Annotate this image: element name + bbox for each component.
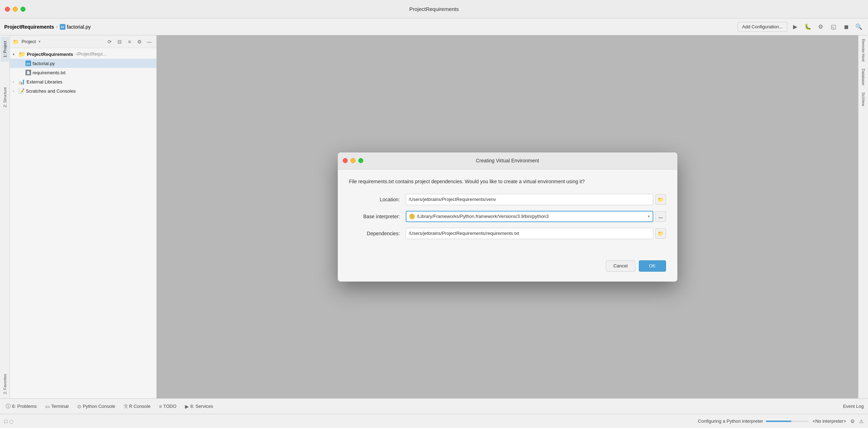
sidebar-item-favorites[interactable]: 2: Favorites [1,370,9,398]
add-configuration-button[interactable]: Add Configuration... [737,22,787,32]
search-everywhere-icon[interactable]: 🔍 [854,22,864,32]
python-console-icon: ⊙ [77,404,81,409]
folder-icon: 📁 [18,51,25,58]
problems-icon: ⓘ [6,403,11,410]
stop-button[interactable]: ◼ [841,22,851,32]
bottom-tab-problems[interactable]: ⓘ 6: Problems [4,399,38,414]
coverage-button[interactable]: ◱ [828,22,838,32]
dialog-minimize-button[interactable] [351,158,355,163]
hide-icon[interactable]: — [145,37,154,46]
progress-bar [766,421,808,422]
r-console-label: R Console [129,404,151,409]
tree-label-external-libs: External Libraries [27,79,62,85]
dialog-body: File requirements.txt contains project d… [338,169,677,253]
sync-icon[interactable]: ⟳ [105,37,114,46]
sidebar-header-icons: ⟳ ⊟ ≡ ⚙ — [105,37,154,46]
window-title: ProjectRequirements [409,6,459,12]
bottom-tab-r-console[interactable]: ℛ R Console [122,399,152,414]
warnings-icon[interactable]: ⚠ [859,418,864,424]
scratches-icon: 📝 [18,88,24,94]
tree-item-scratches[interactable]: › 📝 Scratches and Consoles [10,86,156,96]
chevron-right-icon: › [13,80,17,84]
run-button[interactable]: ▶ [790,22,800,32]
terminal-label: Terminal [51,404,69,409]
base-interpreter-label: Base interpreter: [349,214,406,219]
bottom-tab-services[interactable]: ▶ 8: Services [184,399,215,414]
run-status-icon[interactable]: □ [4,418,7,424]
sidebar-item-project[interactable]: 1: Project [1,37,9,62]
dependencies-input-wrap: 📁 [406,228,666,239]
breadcrumb-separator: › [56,24,58,29]
right-tab-remote-host[interactable]: Remote Host [859,35,868,65]
close-button[interactable] [5,7,10,12]
dialog-overlay: Creating Virtual Environment File requir… [157,35,858,398]
settings-icon[interactable]: ⚙ [135,37,144,46]
sidebar-dropdown-arrow[interactable]: ▾ [39,39,41,44]
progress-fill [766,421,791,422]
status-icons: □ ◌ [4,418,13,424]
filter-icon[interactable]: ≡ [125,37,134,46]
tree-item-external-libs[interactable]: › 📊 External Libraries [10,77,156,86]
dialog-description: File requirements.txt contains project d… [349,178,666,185]
dependencies-browse-button[interactable]: 📁 [655,228,666,239]
dialog-maximize-button[interactable] [358,158,363,163]
traffic-lights [5,7,25,12]
location-field: Location: 📁 [349,194,666,205]
no-interpreter-label[interactable]: <No interpreter> [812,418,846,424]
python-file-icon: py [25,60,31,66]
interpreter-more-button[interactable]: ... [655,211,666,222]
tree-label-requirements: requirements.txt [33,70,65,75]
profile-button[interactable]: ⚙ [816,22,826,32]
problems-num: 6: [12,404,16,409]
r-console-icon: ℛ [124,404,128,409]
dependencies-field: Dependencies: 📁 [349,228,666,239]
base-interpreter-select[interactable]: 🐍 /Library/Frameworks/Python.framework/V… [406,211,653,222]
chevron-down-icon: ▾ [13,52,17,56]
breadcrumb-filename: factorial.py [67,24,91,30]
breadcrumb-file[interactable]: py factorial.py [60,24,91,30]
location-browse-button[interactable]: 📁 [655,194,666,205]
tree-root-path: ~/ProjectRequi… [75,52,107,57]
cancel-button[interactable]: Cancel [606,260,635,272]
configuring-text: Configuring a Python interpreter [698,418,763,424]
terminal-icon: ▭ [45,404,50,409]
bottom-tab-python-console[interactable]: ⊙ Python Console [76,399,117,414]
sidebar-item-structure[interactable]: Z: Structure [1,83,9,111]
dependencies-input[interactable] [406,228,653,239]
todo-label: TODO [163,404,177,409]
bottom-toolbar: ⓘ 6: Problems ▭ Terminal ⊙ Python Consol… [0,398,868,414]
breadcrumb: ProjectRequirements › py factorial.py [4,24,91,30]
tree-label-factorial: factorial.py [33,61,55,66]
left-sidebar-tabs: 1: Project Z: Structure 2: Favorites [0,35,10,398]
base-interpreter-input-wrap: 🐍 /Library/Frameworks/Python.framework/V… [406,211,666,222]
bottom-tab-terminal[interactable]: ▭ Terminal [44,399,70,414]
tree-item-requirements[interactable]: 📄 requirements.txt [10,68,156,77]
tree-root-item[interactable]: ▾ 📁 ProjectRequirements ~/ProjectRequi… [10,50,156,59]
maximize-button[interactable] [21,7,25,12]
event-log-label[interactable]: Event Log [843,404,864,409]
services-icon: ▶ [185,404,189,409]
main-toolbar: ProjectRequirements › py factorial.py Ad… [0,18,868,35]
title-bar: ProjectRequirements [0,0,868,18]
python-interpreter-icon: 🐍 [409,214,415,219]
interpreter-settings-icon[interactable]: ⚙ [850,418,855,424]
collapse-icon[interactable]: ⊟ [115,37,124,46]
tree-root-label: ProjectRequirements [27,52,73,57]
status-progress: Configuring a Python interpreter [698,418,808,424]
toolbar-right: Add Configuration... ▶ 🐛 ⚙ ◱ ◼ 🔍 [737,22,864,32]
sidebar-header: 📁 Project ▾ ⟳ ⊟ ≡ ⚙ — [10,35,156,48]
debug-button[interactable]: 🐛 [803,22,813,32]
dialog-close-button[interactable] [343,158,348,163]
right-tab-sciview[interactable]: SciView [859,89,868,110]
editor-area: Drop files here to open Creating Virtual… [157,35,858,398]
bottom-tab-todo[interactable]: ≡ TODO [157,399,178,414]
ok-button[interactable]: OK [639,260,666,272]
problems-label: Problems [17,404,37,409]
chevron-right-icon-2: › [13,89,17,93]
location-input[interactable] [406,194,653,205]
right-tab-database[interactable]: Database [859,65,868,89]
minimize-button[interactable] [13,7,18,12]
breadcrumb-project[interactable]: ProjectRequirements [4,24,54,30]
right-sidebar-tabs: Remote Host Database SciView [858,35,868,398]
tree-item-factorial[interactable]: py factorial.py [10,59,156,68]
